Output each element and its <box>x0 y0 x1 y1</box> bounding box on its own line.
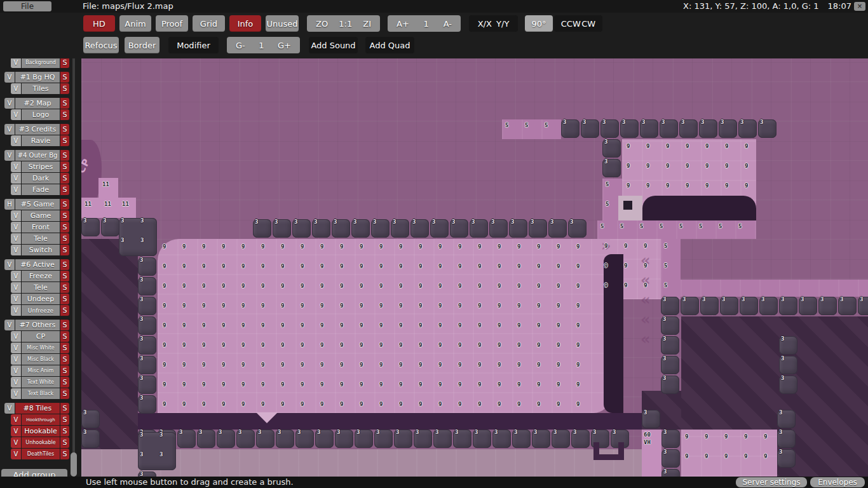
layer-row-undeep[interactable]: VUndeepS <box>11 294 69 304</box>
layer-name[interactable]: Logo <box>22 109 60 120</box>
layer-s-button[interactable]: S <box>60 173 69 184</box>
visibility-toggle[interactable]: V <box>4 72 15 83</box>
layer-row-misc-white[interactable]: VMisc WhiteS <box>11 342 69 353</box>
layer-name[interactable]: Unfreeze <box>22 305 60 316</box>
layer-s-button[interactable]: S <box>60 135 69 146</box>
layer-name[interactable]: #5 Game <box>15 199 60 210</box>
group-row-2-map[interactable]: V#2 MapS <box>4 98 69 109</box>
layer-s-button[interactable]: S <box>60 184 69 195</box>
layer-s-button[interactable]: S <box>60 294 69 304</box>
group-row-3-credits[interactable]: V#3 CreditsS <box>4 124 69 135</box>
anim-button[interactable]: Anim <box>119 15 151 32</box>
layer-s-button[interactable]: S <box>60 72 69 83</box>
visibility-toggle[interactable]: V <box>11 294 21 304</box>
layer-s-button[interactable]: S <box>60 365 69 376</box>
layer-name[interactable]: Hookthrough <box>22 414 60 425</box>
layer-s-button[interactable]: S <box>60 57 69 68</box>
visibility-toggle[interactable]: V <box>4 320 15 330</box>
visibility-toggle[interactable]: V <box>11 305 21 316</box>
layer-s-button[interactable]: S <box>60 161 69 172</box>
layer-row-fade[interactable]: VFadeS <box>11 184 69 195</box>
rotate-group-ccw[interactable]: CCW <box>561 19 581 29</box>
layer-row-hookthrough[interactable]: VHookthroughS <box>11 414 69 425</box>
close-icon[interactable]: × <box>854 2 865 11</box>
group-row-4-outer-bg[interactable]: V#4 Outer BgS <box>4 150 69 161</box>
layer-name[interactable]: Game <box>22 210 60 221</box>
layer-name[interactable]: Misc Black <box>22 354 60 365</box>
layer-name[interactable]: Stripes <box>22 161 60 172</box>
layer-s-button[interactable]: S <box>60 199 69 210</box>
layer-name[interactable]: #1 Bg HQ <box>15 72 60 83</box>
group-row-1-bg-hq[interactable]: V#1 Bg HQS <box>4 72 69 83</box>
layer-name[interactable]: Unhookable <box>22 437 60 448</box>
layer-name[interactable]: #6 Active <box>15 259 60 270</box>
visibility-toggle[interactable]: V <box>11 57 21 68</box>
layers-scrollbar[interactable] <box>72 58 75 478</box>
visibility-toggle[interactable]: V <box>4 259 15 270</box>
layer-name[interactable]: #4 Outer Bg <box>15 150 60 161</box>
layer-s-button[interactable]: S <box>60 83 69 94</box>
zoom-group-zi[interactable]: ZI <box>363 19 371 29</box>
layer-row-tele[interactable]: VTeleS <box>11 282 69 293</box>
layer-name[interactable]: Tele <box>22 282 60 293</box>
layer-row-text-white[interactable]: VText WhiteS <box>11 377 69 388</box>
layer-name[interactable]: #2 Map <box>15 98 60 109</box>
visibility-toggle[interactable]: V <box>11 354 21 365</box>
visibility-toggle[interactable]: V <box>4 124 15 135</box>
visibility-toggle[interactable]: V <box>11 282 21 293</box>
layer-s-button[interactable]: S <box>60 426 69 437</box>
unused-button[interactable]: Unused <box>266 15 299 32</box>
layer-row-switch[interactable]: VSwitchS <box>11 245 69 255</box>
layer-name[interactable]: #7 Others <box>15 320 60 330</box>
layer-s-button[interactable]: S <box>60 437 69 448</box>
layer-name[interactable]: Dark <box>22 173 60 184</box>
add-quad-button[interactable]: Add Quad <box>365 37 414 53</box>
layer-row-text-black[interactable]: VText BlackS <box>11 388 69 399</box>
layer-s-button[interactable]: S <box>60 449 69 459</box>
layer-s-button[interactable]: S <box>60 414 69 425</box>
layer-row-hookable[interactable]: VHookableS <box>11 426 69 437</box>
visibility-toggle[interactable]: V <box>11 449 21 459</box>
border-button[interactable]: Border <box>125 37 159 53</box>
layer-row-background[interactable]: VBackgroundS <box>11 57 69 68</box>
anim-speed-group-a[interactable]: A+ <box>397 19 409 29</box>
visibility-toggle[interactable]: V <box>11 184 21 195</box>
layer-s-button[interactable]: S <box>60 305 69 316</box>
layer-row-tele[interactable]: VTeleS <box>11 233 69 244</box>
layer-row-freeze[interactable]: VFreezeS <box>11 271 69 281</box>
visibility-toggle[interactable]: V <box>11 210 21 221</box>
layer-row-ravie[interactable]: VRavieS <box>11 135 69 146</box>
layer-name[interactable]: Fade <box>22 184 60 195</box>
visibility-toggle[interactable]: V <box>11 161 21 172</box>
layer-s-button[interactable]: S <box>60 150 69 161</box>
envelopes-button[interactable]: Envelopes <box>810 477 865 487</box>
layer-row-misc-anim[interactable]: VMisc AnimS <box>11 365 69 376</box>
visibility-toggle[interactable]: V <box>11 331 21 342</box>
layer-s-button[interactable]: S <box>60 109 69 120</box>
layer-s-button[interactable]: S <box>60 354 69 365</box>
visibility-toggle[interactable]: V <box>11 388 21 399</box>
layer-row-stripes[interactable]: VStripesS <box>11 161 69 172</box>
modifier-button[interactable]: Modifier <box>168 37 219 53</box>
group-row-6-active[interactable]: V#6 ActiveS <box>4 259 69 270</box>
server-settings-button[interactable]: Server settings <box>736 477 807 487</box>
visibility-toggle[interactable]: V <box>11 245 21 255</box>
layer-row-unfreeze[interactable]: VUnfreezeS <box>11 305 69 316</box>
layer-name[interactable]: Text White <box>22 377 60 388</box>
layer-name[interactable]: Switch <box>22 245 60 255</box>
layer-s-button[interactable]: S <box>60 377 69 388</box>
flip-group-x-x[interactable]: X/X <box>478 19 492 29</box>
group-row-7-others[interactable]: V#7 OthersS <box>4 320 69 330</box>
layer-row-logo[interactable]: VLogoS <box>11 109 69 120</box>
layer-name[interactable]: #8 Tiles <box>15 403 60 414</box>
layer-row-front[interactable]: VFrontS <box>11 222 69 233</box>
layer-s-button[interactable]: S <box>60 320 69 330</box>
proof-button[interactable]: Proof <box>156 15 188 32</box>
info-button[interactable]: Info <box>229 15 261 32</box>
layer-row-cp[interactable]: VCPS <box>11 331 69 342</box>
zoom-group-zo[interactable]: ZO <box>316 19 328 29</box>
layer-row-dark[interactable]: VDarkS <box>11 173 69 184</box>
layer-s-button[interactable]: S <box>60 282 69 293</box>
flip-group-y-y[interactable]: Y/Y <box>496 19 509 29</box>
add-sound-button[interactable]: Add Sound <box>309 37 358 53</box>
